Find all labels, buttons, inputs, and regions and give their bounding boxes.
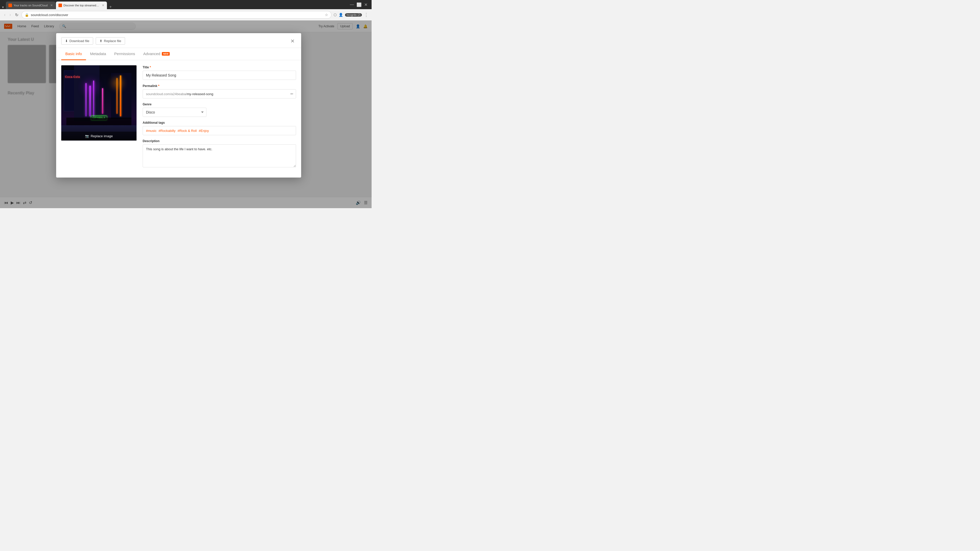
- close-button[interactable]: ✕: [364, 2, 368, 7]
- tab-advanced[interactable]: Advanced NEW: [139, 48, 174, 60]
- tab-title-1: Your tracks on SoundCloud: [14, 4, 48, 7]
- address-text: soundcloud.com/discover: [31, 13, 323, 17]
- back-button[interactable]: ‹: [3, 11, 6, 18]
- modal-body: Coca-Cola CITYWALK 📷: [56, 60, 301, 178]
- replace-image-button[interactable]: 📷 Replace image: [85, 134, 113, 138]
- address-bar[interactable]: 🔒 soundcloud.com/discover ☆: [21, 11, 332, 19]
- permalink-slug: my-released-song: [187, 92, 213, 96]
- permalink-edit-icon[interactable]: ✏: [290, 92, 293, 96]
- tab-favicon-2: [59, 3, 62, 7]
- permalink-wrapper: soundcloud.com/a24beaba/my-released-song…: [143, 89, 296, 98]
- genre-group: Genre Disco Pop Rock Electronic Hip-Hop: [143, 103, 296, 117]
- soundcloud-page: Home Feed Library 🔍 Try Activate Upload …: [0, 21, 372, 208]
- title-label: Title *: [143, 65, 296, 69]
- description-group: Description This song is about the life …: [143, 139, 296, 168]
- reload-button[interactable]: ↻: [14, 11, 19, 18]
- tab-title-2: Discover the top streamed mus...: [64, 4, 99, 7]
- tags-label: Additional tags: [143, 121, 296, 124]
- permalink-label: Permalink *: [143, 84, 296, 88]
- permalink-required-star: *: [158, 84, 159, 88]
- glow-orange: [112, 78, 123, 88]
- crowd-silhouette: [66, 118, 131, 125]
- download-file-button[interactable]: ⬇ Download file: [61, 37, 93, 44]
- bookmark-icon[interactable]: ☆: [325, 13, 328, 17]
- download-icon: ⬇: [65, 39, 68, 43]
- tab-basic-info[interactable]: Basic info: [61, 48, 86, 60]
- browser-nav: ‹ › ↻ 🔒 soundcloud.com/discover ☆ ⬡ 👤 In…: [0, 9, 372, 21]
- title-input[interactable]: [143, 71, 296, 80]
- permalink-group: Permalink * soundcloud.com/a24beaba/my-r…: [143, 84, 296, 98]
- window-controls: — ⬜ ✕: [350, 2, 369, 7]
- browser-tabs: ▾ Your tracks on SoundCloud ✕ Discover t…: [2, 0, 349, 9]
- tab-permissions[interactable]: Permissions: [110, 48, 139, 60]
- permalink-display: soundcloud.com/a24beaba/my-released-song: [143, 89, 296, 98]
- browser-chrome: ▾ Your tracks on SoundCloud ✕ Discover t…: [0, 0, 372, 21]
- track-image-area: Coca-Cola CITYWALK 📷: [61, 65, 137, 141]
- profile-toggle-icon[interactable]: 👤: [339, 13, 343, 17]
- description-textarea[interactable]: This song is about the life I want to ha…: [143, 144, 296, 167]
- tab-favicon-1: [8, 3, 12, 7]
- new-tab-button[interactable]: +: [107, 5, 114, 9]
- camera-icon: 📷: [85, 134, 89, 138]
- tab-permissions-label: Permissions: [115, 52, 135, 56]
- modal-tabs: Basic info Metadata Permissions Advanced…: [56, 48, 301, 60]
- tab-soundcloud-tracks[interactable]: Your tracks on SoundCloud ✕: [6, 2, 56, 9]
- genre-select[interactable]: Disco Pop Rock Electronic Hip-Hop: [143, 108, 207, 117]
- tab-discover[interactable]: Discover the top streamed mus... ✕: [56, 2, 107, 9]
- modal-file-actions: ⬇ Download file ⬆ Replace file: [61, 37, 125, 44]
- minimize-button[interactable]: —: [350, 2, 354, 7]
- tab-advanced-label: Advanced: [143, 52, 160, 56]
- building-center: [74, 65, 100, 121]
- replace-file-icon: ⬆: [100, 39, 102, 43]
- coca-cola-sign: Coca-Cola: [65, 76, 80, 78]
- glow-purple: [84, 81, 97, 94]
- tab-list-btn[interactable]: ▾: [2, 5, 4, 9]
- tag-rockabilly: #Rockabilly: [159, 129, 175, 133]
- tab-metadata[interactable]: Metadata: [86, 48, 110, 60]
- forward-button[interactable]: ›: [8, 11, 12, 18]
- tag-enjoy: #Enjoy: [199, 129, 209, 133]
- address-lock-icon: 🔒: [25, 13, 29, 17]
- title-required-star: *: [150, 65, 151, 69]
- incognito-badge: Incognito (2): [345, 13, 362, 17]
- track-edit-modal: ⬇ Download file ⬆ Replace file ✕ Basic i…: [56, 33, 301, 178]
- tab-metadata-label: Metadata: [90, 52, 106, 56]
- tag-rocknroll: #Rock & Roll: [178, 129, 197, 133]
- maximize-button[interactable]: ⬜: [356, 2, 362, 7]
- citywalk-scene: Coca-Cola CITYWALK: [61, 65, 137, 141]
- tab-basic-label: Basic info: [65, 52, 82, 56]
- permalink-base: soundcloud.com/a24beaba/: [146, 92, 187, 96]
- tags-group: Additional tags #music #Rockabilly #Rock…: [143, 121, 296, 135]
- replace-image-label: Replace image: [91, 134, 113, 138]
- tag-music: #music: [146, 129, 156, 133]
- advanced-new-badge: NEW: [162, 52, 170, 56]
- extensions-icon[interactable]: ⬡: [334, 13, 337, 17]
- download-file-label: Download file: [69, 39, 89, 43]
- modal-header: ⬇ Download file ⬆ Replace file ✕: [56, 33, 301, 48]
- tab-close-2[interactable]: ✕: [102, 3, 104, 7]
- browser-titlebar: ▾ Your tracks on SoundCloud ✕ Discover t…: [0, 0, 372, 9]
- track-form: Title * Permalink * soundcloud.com/a24be…: [143, 65, 296, 172]
- replace-image-overlay[interactable]: 📷 Replace image: [61, 132, 137, 141]
- description-label: Description: [143, 139, 296, 143]
- genre-label: Genre: [143, 103, 296, 106]
- browser-menu-icon[interactable]: ⋮: [364, 12, 369, 17]
- title-group: Title *: [143, 65, 296, 80]
- replace-file-label: Replace file: [104, 39, 121, 43]
- track-image: Coca-Cola CITYWALK: [61, 65, 137, 141]
- neon-pink-1: [102, 88, 103, 114]
- modal-close-button[interactable]: ✕: [289, 38, 296, 44]
- tab-close-1[interactable]: ✕: [50, 3, 53, 7]
- tags-input[interactable]: #music #Rockabilly #Rock & Roll #Enjoy: [143, 126, 296, 135]
- replace-file-button[interactable]: ⬆ Replace file: [96, 37, 125, 44]
